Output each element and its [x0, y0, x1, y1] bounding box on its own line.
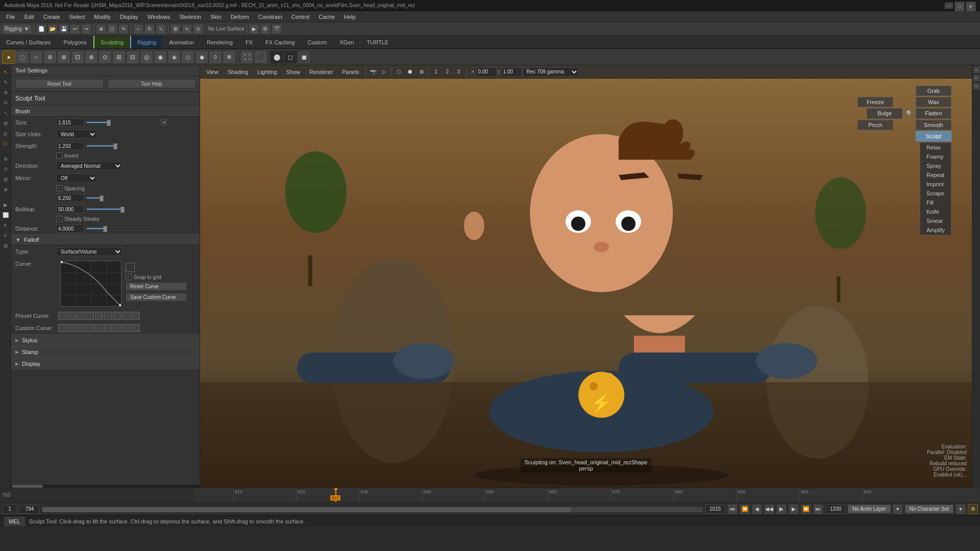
menu-select[interactable]: Select	[65, 12, 89, 22]
preset-swatch-1[interactable]	[58, 312, 66, 320]
spacing-input[interactable]	[56, 194, 84, 202]
side-grid-icon[interactable]: ⊞	[1, 174, 10, 184]
submenu-repeat[interactable]: Repeat	[920, 170, 951, 180]
render-settings-btn[interactable]: ⚙	[260, 24, 271, 34]
icon-smear[interactable]: ◇	[181, 51, 194, 64]
tab-curves-surfaces[interactable]: Curves / Surfaces	[0, 36, 57, 48]
submenu-scrape[interactable]: Scrape	[920, 189, 951, 198]
icon-display3[interactable]: ◼	[298, 51, 311, 64]
right-btn-1[interactable]: ≡	[973, 66, 980, 73]
custom-swatch-4[interactable]	[86, 324, 94, 332]
custom-swatch-7[interactable]	[113, 324, 121, 332]
menu-windows[interactable]: Windows	[143, 12, 175, 22]
icon-flatten[interactable]: ⊡	[71, 51, 84, 64]
custom-swatch-6[interactable]	[104, 324, 112, 332]
pinch-btn[interactable]: Pinch	[857, 120, 893, 130]
side-soft-icon[interactable]: ◎	[1, 129, 10, 138]
anim-icon-btn[interactable]: ⚙	[968, 504, 978, 514]
viewport[interactable]: ⚡ View Shading Light	[200, 65, 972, 488]
minimize-button[interactable]: −	[944, 2, 953, 9]
menu-create[interactable]: Create	[39, 12, 64, 22]
right-btn-3[interactable]: ≡	[973, 83, 980, 90]
vp-menu-shading[interactable]: Shading	[224, 68, 252, 76]
side-move-icon[interactable]: ✣	[1, 88, 10, 97]
select-btn[interactable]: ⊕	[96, 24, 106, 34]
submenu-imprint[interactable]: Imprint	[920, 180, 951, 189]
panel-scrollbar-thumb[interactable]	[12, 485, 43, 488]
no-anim-layer-label[interactable]: No Anim Layer	[848, 505, 891, 513]
side-attr-icon[interactable]: ≡	[1, 220, 10, 230]
snap-point-btn[interactable]: ⊙	[193, 24, 203, 34]
prev-frame-btn[interactable]: ◀	[752, 504, 762, 514]
spacing-slider-thumb[interactable]	[100, 195, 104, 202]
paint-btn[interactable]: ✎	[118, 24, 129, 34]
icon-scrape2[interactable]: ◊	[209, 51, 222, 64]
save-custom-curve-btn[interactable]: Save Custom Curve	[126, 293, 187, 302]
side-sculpt-icon[interactable]: ⬡	[1, 139, 10, 148]
vp-persp-btn[interactable]: ▷	[379, 67, 389, 77]
size-units-select[interactable]: World Screen	[56, 130, 97, 139]
new-scene-btn[interactable]: 📄	[36, 24, 46, 34]
submenu-knife[interactable]: Knife	[920, 207, 951, 216]
tab-fx[interactable]: FX	[239, 36, 259, 48]
vp-menu-view[interactable]: View	[202, 68, 223, 76]
vp-exposure-input[interactable]	[476, 67, 497, 77]
tab-rendering[interactable]: Rendering	[201, 36, 239, 48]
anim-range-bar[interactable]	[42, 507, 703, 512]
preset-swatch-4[interactable]	[86, 312, 94, 320]
prev-key-btn[interactable]: ⏪	[740, 504, 750, 514]
start-frame-input[interactable]	[2, 505, 17, 514]
side-channel-icon[interactable]: ≡	[1, 231, 10, 240]
reset-tool-btn[interactable]: Reset Tool	[15, 79, 104, 88]
char-options-btn[interactable]: ▼	[955, 504, 966, 514]
buildup-slider-thumb[interactable]	[120, 207, 125, 213]
custom-swatch-5[interactable]	[95, 324, 103, 332]
wax-btn[interactable]: Wax	[916, 97, 951, 107]
vp-quality1-btn[interactable]: 1	[431, 67, 442, 77]
vp-texture-btn[interactable]: ⊞	[416, 67, 427, 77]
tab-fx-caching[interactable]: FX Caching	[259, 36, 301, 48]
no-char-set-label[interactable]: No Character Set	[905, 505, 953, 513]
size-slider-thumb[interactable]	[107, 120, 111, 126]
preset-swatch-7[interactable]	[113, 312, 121, 320]
buildup-slider[interactable]	[86, 208, 158, 210]
menu-skeleton[interactable]: Skeleton	[175, 12, 205, 22]
preset-swatch-3[interactable]	[77, 312, 85, 320]
icon-display2[interactable]: ◻	[284, 51, 297, 64]
custom-swatch-9[interactable]	[132, 324, 140, 332]
workspace-selector[interactable]: Rigging ▼	[2, 24, 32, 34]
submenu-fill[interactable]: Fill	[920, 198, 951, 207]
bulge-btn[interactable]: Bulge	[867, 108, 902, 119]
icon-wax[interactable]: ◆	[195, 51, 208, 64]
side-render-icon[interactable]: ▶	[1, 200, 10, 209]
stylus-header[interactable]: ▶ Stylus	[11, 335, 200, 346]
icon-flood[interactable]: ⛶	[240, 51, 254, 64]
invert-checkbox[interactable]	[56, 153, 62, 159]
menu-edit[interactable]: Edit	[20, 12, 38, 22]
menu-control[interactable]: Control	[287, 12, 313, 22]
menu-modify[interactable]: Modify	[90, 12, 114, 22]
tab-turtle[interactable]: TURTLE	[361, 36, 396, 48]
spacing-checkbox[interactable]: ✓	[56, 185, 62, 191]
falloff-header[interactable]: ▼ Falloff	[11, 234, 200, 245]
custom-swatch-2[interactable]	[67, 324, 76, 332]
icon-grab[interactable]: ⊛	[43, 51, 57, 64]
strength-input[interactable]	[56, 142, 84, 150]
side-camera-icon[interactable]: ⊕	[1, 185, 10, 194]
icon-smooth[interactable]: ◌	[16, 51, 29, 64]
menu-deform[interactable]: Deform	[227, 12, 253, 22]
render-btn[interactable]: ▶	[249, 24, 259, 34]
snap-curve-btn[interactable]: ∿	[182, 24, 192, 34]
save-btn[interactable]: 💾	[59, 24, 69, 34]
undo-btn[interactable]: ↩	[70, 24, 80, 34]
menu-help[interactable]: Help	[340, 12, 360, 22]
tool-help-btn[interactable]: Tool Help	[108, 79, 196, 88]
jump-end-btn[interactable]: ⏭	[813, 504, 823, 514]
right-btn-2[interactable]: ≡	[973, 74, 980, 82]
preset-swatch-2[interactable]	[67, 312, 76, 320]
move-btn[interactable]: ↔	[133, 24, 143, 34]
tab-sculpting[interactable]: Sculpting	[93, 36, 130, 48]
mirror-select[interactable]: Off X Y Z	[56, 173, 97, 183]
curve-option-btn[interactable]	[126, 263, 135, 272]
vp-gamma-input[interactable]	[501, 67, 522, 77]
